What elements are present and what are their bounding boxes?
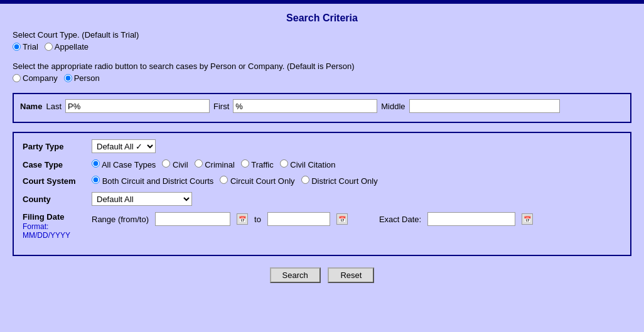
both-courts-label[interactable]: Both Circuit and District Courts	[92, 176, 213, 186]
traffic-label[interactable]: Traffic	[241, 159, 274, 169]
party-type-label: Party Type	[23, 142, 92, 151]
circuit-only-radio[interactable]	[220, 176, 228, 184]
filing-date-content: Range (from/to) 📅 to 📅 Exact Date: 📅	[92, 212, 533, 226]
person-company-radio-group: Company Person	[13, 73, 631, 83]
criminal-radio[interactable]	[195, 159, 203, 168]
name-row: Name Last First Middle	[20, 99, 624, 113]
civil-radio[interactable]	[162, 159, 170, 168]
page-title: Search Criteria	[0, 4, 644, 30]
calendar-to-icon[interactable]: 📅	[336, 213, 348, 225]
last-label: Last	[46, 102, 62, 111]
main-content: Select Court Type. (Default is Trial) Tr…	[0, 30, 644, 292]
calendar-exact-icon[interactable]: 📅	[522, 213, 533, 225]
search-button[interactable]: Search	[270, 267, 321, 283]
trial-label: Trial	[23, 42, 38, 51]
case-type-content: All Case Types Civil Criminal Traffic Ci…	[92, 159, 336, 169]
to-label: to	[254, 215, 261, 224]
filing-to-input[interactable]	[267, 212, 330, 226]
criminal-text: Criminal	[205, 160, 235, 169]
county-select[interactable]: Default All	[92, 192, 192, 206]
civil-text: Civil	[173, 160, 188, 169]
civil-citation-radio[interactable]	[280, 159, 288, 168]
both-courts-text: Both Circuit and District Courts	[102, 176, 214, 186]
middle-label: Middle	[381, 102, 405, 111]
court-system-row: Court System Both Circuit and District C…	[23, 176, 621, 186]
traffic-radio[interactable]	[241, 159, 249, 168]
reset-button[interactable]: Reset	[328, 267, 374, 283]
county-label: County	[23, 195, 92, 204]
all-case-types-label[interactable]: All Case Types	[92, 159, 156, 169]
court-type-label: Select Court Type. (Default is Trial)	[13, 30, 631, 40]
middle-name-input[interactable]	[409, 99, 560, 113]
filing-from-input[interactable]	[155, 212, 230, 226]
appellate-radio[interactable]	[45, 43, 53, 51]
person-company-label: Select the appropriate radio button to s…	[13, 62, 631, 71]
criteria-box: Party Type Default All ✓ Case Type All C…	[13, 132, 631, 256]
company-label: Company	[23, 73, 58, 83]
person-radio-label[interactable]: Person	[64, 73, 100, 83]
party-type-content: Default All ✓	[92, 139, 156, 153]
person-radio[interactable]	[64, 74, 72, 82]
trial-radio-label[interactable]: Trial	[13, 42, 38, 51]
person-label: Person	[74, 73, 100, 83]
appellate-label: Appellate	[55, 42, 89, 51]
first-label: First	[213, 102, 229, 111]
party-type-row: Party Type Default All ✓	[23, 139, 621, 153]
company-radio[interactable]	[13, 74, 21, 82]
district-only-text: District Court Only	[311, 176, 377, 186]
name-box: Name Last First Middle	[13, 93, 631, 123]
circuit-only-text: Circuit Court Only	[230, 176, 295, 186]
county-row: County Default All	[23, 192, 621, 206]
district-only-label[interactable]: District Court Only	[301, 176, 378, 186]
first-name-input[interactable]	[233, 99, 377, 113]
calendar-from-icon[interactable]: 📅	[237, 213, 248, 225]
company-radio-label[interactable]: Company	[13, 73, 58, 83]
last-name-input[interactable]	[65, 99, 210, 113]
appellate-radio-label[interactable]: Appellate	[45, 42, 89, 51]
court-system-label: Court System	[23, 176, 92, 186]
civil-citation-label[interactable]: Civil Citation	[280, 159, 336, 169]
exact-date-input[interactable]	[427, 212, 515, 226]
court-system-content: Both Circuit and District Courts Circuit…	[92, 176, 378, 186]
civil-citation-text: Civil Citation	[290, 160, 335, 169]
filing-date-format-label: Format: MM/DD/YYYY	[23, 222, 92, 240]
exact-date-label: Exact Date:	[379, 215, 421, 224]
circuit-only-label[interactable]: Circuit Court Only	[220, 176, 294, 186]
both-courts-radio[interactable]	[92, 176, 100, 184]
button-row: Search Reset	[13, 262, 631, 286]
court-type-radio-group: Trial Appellate	[13, 42, 631, 51]
case-type-row: Case Type All Case Types Civil Criminal …	[23, 159, 621, 169]
name-main-label: Name	[20, 102, 42, 111]
filing-date-label-block: Filing Date Format: MM/DD/YYYY	[23, 212, 92, 240]
range-label: Range (from/to)	[92, 215, 149, 224]
district-only-radio[interactable]	[301, 176, 309, 184]
traffic-text: Traffic	[251, 160, 273, 169]
civil-label[interactable]: Civil	[162, 159, 188, 169]
filing-date-label: Filing Date	[23, 212, 92, 222]
party-type-select[interactable]: Default All ✓	[92, 139, 156, 153]
all-case-types-text: All Case Types	[102, 160, 156, 169]
all-case-types-radio[interactable]	[92, 159, 100, 168]
trial-radio[interactable]	[13, 43, 21, 51]
criminal-label[interactable]: Criminal	[195, 159, 235, 169]
filing-date-row: Filing Date Format: MM/DD/YYYY Range (fr…	[23, 212, 621, 240]
case-type-label: Case Type	[23, 160, 92, 169]
county-content: Default All	[92, 192, 192, 206]
